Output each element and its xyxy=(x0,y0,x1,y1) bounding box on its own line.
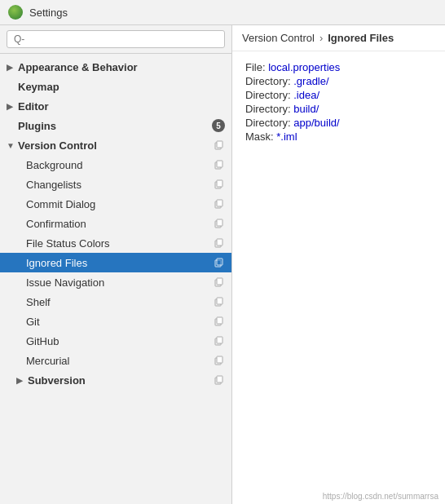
sidebar-item-label: Commit Dialog xyxy=(26,198,214,210)
plugins-badge: 5 xyxy=(212,119,225,132)
copy-icon xyxy=(214,335,225,347)
sidebar-item-label: Editor xyxy=(18,100,225,113)
copy-icon xyxy=(214,257,225,268)
search-input[interactable] xyxy=(7,30,225,48)
content-area: Version Control › Ignored Files File: lo… xyxy=(232,25,445,504)
sidebar-item-ignored-files[interactable]: Ignored Files xyxy=(0,253,231,272)
svg-rect-1 xyxy=(217,141,222,148)
copy-icon xyxy=(214,139,225,151)
arrow-icon: ▶ xyxy=(7,102,18,111)
copy-icon xyxy=(214,179,225,190)
watermark: https://blog.csdn.net/summarrsa xyxy=(323,492,438,501)
file-label: Directory: xyxy=(245,117,293,129)
sidebar-item-shelf[interactable]: Shelf xyxy=(0,292,231,312)
file-value: build/ xyxy=(293,103,319,115)
sidebar-item-label: Ignored Files xyxy=(26,257,214,269)
list-item: Directory: app/build/ xyxy=(245,117,432,129)
file-value: .gradle/ xyxy=(293,75,328,87)
copy-icon xyxy=(214,296,225,307)
svg-rect-15 xyxy=(217,278,222,285)
copy-icon xyxy=(214,218,225,229)
list-item: Mask: *.iml xyxy=(245,130,432,143)
list-item: File: local.properties xyxy=(245,61,432,73)
file-label: Directory: xyxy=(245,75,293,87)
sidebar-item-appearance[interactable]: ▶ Appearance & Behavior xyxy=(0,57,231,77)
svg-rect-21 xyxy=(217,337,222,343)
svg-rect-9 xyxy=(217,219,222,226)
sidebar-item-plugins[interactable]: Plugins 5 xyxy=(0,116,231,135)
sidebar-item-mercurial[interactable]: Mercurial xyxy=(0,351,231,370)
sidebar-item-keymap[interactable]: Keymap xyxy=(0,77,231,96)
file-label: Directory: xyxy=(245,103,293,115)
sidebar-item-label: Issue Navigation xyxy=(26,276,214,289)
copy-icon xyxy=(214,355,225,366)
arrow-spacer xyxy=(7,82,18,91)
window-title: Settings xyxy=(29,7,68,19)
arrow-icon: ▼ xyxy=(7,141,18,150)
sidebar-item-github[interactable]: GitHub xyxy=(0,331,231,351)
file-value: local.properties xyxy=(268,61,340,73)
sidebar-item-label: GitHub xyxy=(26,335,214,347)
sidebar-item-subversion[interactable]: ▶ Subversion xyxy=(0,370,231,390)
sidebar-item-background[interactable]: Background xyxy=(0,155,231,175)
breadcrumb-current: Ignored Files xyxy=(328,32,394,44)
sidebar-item-label: Keymap xyxy=(18,81,225,93)
sidebar-item-label: Subversion xyxy=(28,374,214,387)
file-value: app/build/ xyxy=(293,117,339,129)
sidebar-item-label: Shelf xyxy=(26,296,214,308)
breadcrumb: Version Control › Ignored Files xyxy=(232,25,445,51)
content-body: File: local.propertiesDirectory: .gradle… xyxy=(232,51,445,504)
main-layout: ▶ Appearance & Behavior Keymap ▶ Editor … xyxy=(0,25,445,504)
title-bar: Settings xyxy=(0,0,445,25)
file-value: *.iml xyxy=(276,130,297,143)
copy-icon xyxy=(214,316,225,327)
file-label: Mask: xyxy=(245,130,276,143)
list-item: Directory: .gradle/ xyxy=(245,75,432,87)
sidebar-item-label: Background xyxy=(26,159,214,171)
copy-icon xyxy=(214,237,225,249)
svg-rect-5 xyxy=(217,180,222,187)
sidebar: ▶ Appearance & Behavior Keymap ▶ Editor … xyxy=(0,25,232,504)
file-label: File: xyxy=(245,61,268,73)
svg-rect-13 xyxy=(217,259,222,265)
file-list: File: local.propertiesDirectory: .gradle… xyxy=(245,61,432,143)
svg-rect-3 xyxy=(217,161,222,167)
sidebar-item-git[interactable]: Git xyxy=(0,312,231,331)
sidebar-item-editor[interactable]: ▶ Editor xyxy=(0,96,231,116)
svg-rect-19 xyxy=(217,317,222,324)
sidebar-item-commit-dialog[interactable]: Commit Dialog xyxy=(0,194,231,214)
breadcrumb-separator: › xyxy=(319,32,323,44)
sidebar-item-label: Version Control xyxy=(18,139,214,152)
sidebar-item-label: Changelists xyxy=(26,179,214,191)
svg-rect-25 xyxy=(217,376,222,382)
sidebar-item-label: Mercurial xyxy=(26,355,214,367)
sidebar-item-label: Confirmation xyxy=(26,218,214,230)
arrow-spacer xyxy=(7,122,18,130)
arrow-icon: ▶ xyxy=(16,376,28,385)
copy-icon xyxy=(214,374,225,386)
sidebar-item-label: Appearance & Behavior xyxy=(18,61,225,73)
sidebar-item-version-control[interactable]: ▼ Version Control xyxy=(0,135,231,155)
arrow-icon: ▶ xyxy=(7,63,18,72)
copy-icon xyxy=(214,276,225,288)
list-item: Directory: build/ xyxy=(245,103,432,115)
svg-rect-11 xyxy=(217,239,222,245)
sidebar-item-changelists[interactable]: Changelists xyxy=(0,175,231,194)
file-label: Directory: xyxy=(245,89,293,101)
search-box xyxy=(0,25,231,54)
sidebar-item-file-status-colors[interactable]: File Status Colors xyxy=(0,233,231,253)
svg-rect-17 xyxy=(217,298,222,304)
sidebar-item-label: Git xyxy=(26,316,214,328)
sidebar-item-confirmation[interactable]: Confirmation xyxy=(0,214,231,233)
svg-rect-23 xyxy=(217,356,222,363)
list-item: Directory: .idea/ xyxy=(245,89,432,101)
copy-icon xyxy=(214,198,225,210)
sidebar-item-label: File Status Colors xyxy=(26,237,214,250)
file-value: .idea/ xyxy=(293,89,319,101)
app-icon xyxy=(8,5,23,20)
copy-icon xyxy=(214,159,225,170)
nav-tree: ▶ Appearance & Behavior Keymap ▶ Editor … xyxy=(0,54,231,504)
svg-rect-7 xyxy=(217,200,222,206)
sidebar-item-label: Plugins xyxy=(18,120,212,132)
sidebar-item-issue-navigation[interactable]: Issue Navigation xyxy=(0,272,231,292)
